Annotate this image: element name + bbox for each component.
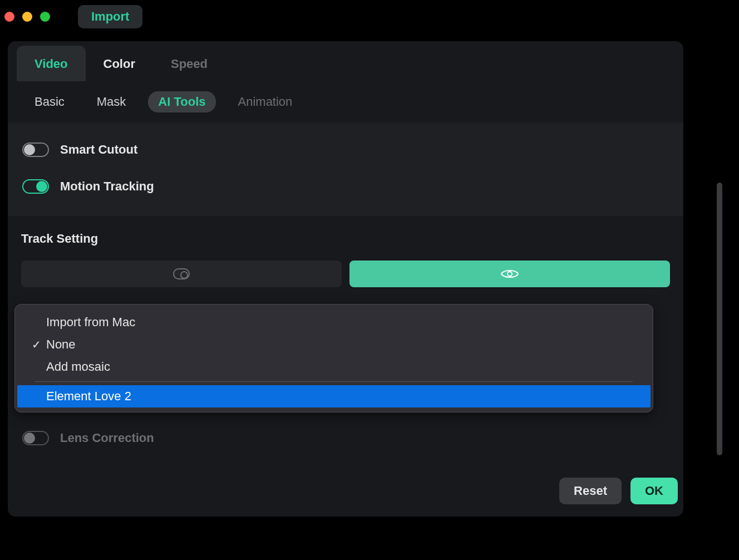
dropdown-item-none[interactable]: ✓ None xyxy=(15,333,653,356)
smart-cutout-row: Smart Cutout xyxy=(22,143,683,157)
motion-tracking-label: Motion Tracking xyxy=(60,179,154,194)
subtab-basic[interactable]: Basic xyxy=(24,91,75,112)
window-minimize-button[interactable] xyxy=(22,12,32,22)
reset-button[interactable]: Reset xyxy=(559,478,622,504)
panel-footer: Reset OK xyxy=(559,465,683,517)
track-setting-title: Track Setting xyxy=(21,232,670,246)
eye-icon xyxy=(501,268,519,280)
tab-speed[interactable]: Speed xyxy=(153,46,225,81)
dropdown-item-import-from-mac[interactable]: Import from Mac xyxy=(15,311,653,333)
scrollbar-thumb[interactable] xyxy=(717,183,722,455)
motion-tracking-row: Motion Tracking xyxy=(22,179,683,194)
check-icon: ✓ xyxy=(32,338,41,351)
dropdown-item-add-mosaic[interactable]: Add mosaic xyxy=(15,356,653,378)
secondary-tabs: Basic Mask AI Tools Animation xyxy=(8,81,683,122)
lens-correction-toggle[interactable] xyxy=(22,431,49,445)
link-element-dropdown[interactable]: Import from Mac ✓ None Add mosaic Elemen… xyxy=(14,304,653,412)
window-close-button[interactable] xyxy=(4,12,14,22)
subtab-ai-tools[interactable]: AI Tools xyxy=(148,91,215,112)
dropdown-item-label: None xyxy=(46,337,76,351)
dropdown-item-element-love-2[interactable]: Element Love 2 xyxy=(17,385,651,407)
primary-tabs: Video Color Speed xyxy=(8,41,683,81)
smart-cutout-label: Smart Cutout xyxy=(60,143,137,157)
mask-icon xyxy=(173,268,190,279)
subtab-mask[interactable]: Mask xyxy=(87,91,136,112)
window-maximize-button[interactable] xyxy=(40,12,50,22)
panel-scrollbar[interactable] xyxy=(717,183,722,455)
track-setting-segmented xyxy=(21,261,670,287)
import-button[interactable]: Import xyxy=(78,5,142,28)
inspector-panel: Video Color Speed Basic Mask AI Tools An… xyxy=(8,41,683,517)
tab-video[interactable]: Video xyxy=(17,46,86,81)
track-setting-mask-button[interactable] xyxy=(21,261,342,287)
ai-tools-toggles: Smart Cutout Motion Tracking xyxy=(8,122,683,216)
tab-color[interactable]: Color xyxy=(86,46,153,81)
subtab-animation[interactable]: Animation xyxy=(228,91,303,112)
lens-correction-label: Lens Correction xyxy=(60,431,154,445)
window-titlebar: Import xyxy=(0,0,739,33)
svg-point-0 xyxy=(508,272,512,276)
track-setting-section: Track Setting xyxy=(8,216,683,293)
motion-tracking-toggle[interactable] xyxy=(22,179,49,194)
window-controls xyxy=(4,12,50,22)
lens-correction-row: Lens Correction xyxy=(22,431,154,445)
dropdown-separator xyxy=(35,381,633,382)
track-setting-show-button[interactable] xyxy=(349,261,670,287)
smart-cutout-toggle[interactable] xyxy=(22,143,49,157)
ok-button[interactable]: OK xyxy=(630,478,678,504)
